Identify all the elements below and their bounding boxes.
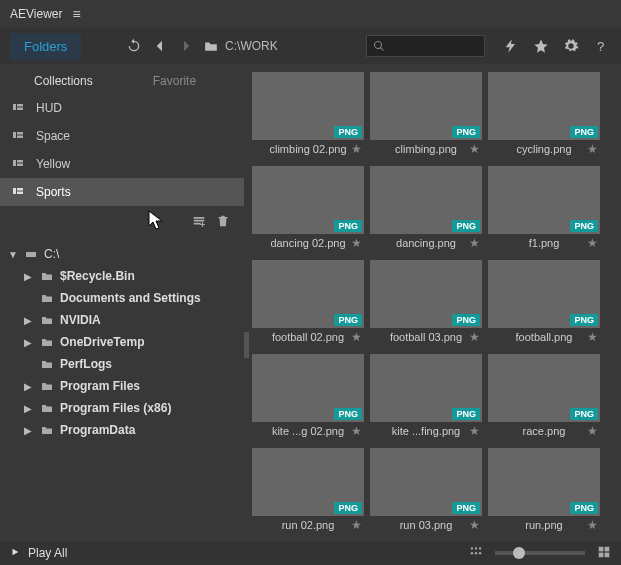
thumbnail-item[interactable]: PNGclimbing 02.png★ (252, 72, 364, 162)
back-icon[interactable] (151, 36, 169, 56)
thumbnail-item[interactable]: PNGkite ...fing.png★ (370, 354, 482, 444)
thumbnail-image: PNG (252, 260, 364, 328)
thumbnail-caption: football 02.png★ (252, 328, 364, 346)
star-icon[interactable] (531, 36, 551, 56)
folder-icon (203, 39, 219, 53)
favorite-star-icon[interactable]: ★ (469, 424, 480, 438)
favorite-star-icon[interactable]: ★ (351, 424, 362, 438)
thumbnail-caption: dancing.png★ (370, 234, 482, 252)
tree-item[interactable]: ▶OneDriveTemp (0, 331, 244, 353)
thumbnail-image: PNG (252, 354, 364, 422)
thumbnail-item[interactable]: PNGrun 03.png★ (370, 448, 482, 538)
thumbnail-item[interactable]: PNGcycling.png★ (488, 72, 600, 162)
folder-tree[interactable]: ▼ C:\ ▶$Recycle.BinDocuments and Setting… (0, 239, 244, 541)
favorite-star-icon[interactable]: ★ (469, 518, 480, 532)
tree-item[interactable]: ▶NVIDIA (0, 309, 244, 331)
help-icon[interactable]: ? (591, 36, 611, 56)
path-text: C:\WORK (225, 39, 278, 53)
folder-icon (40, 336, 54, 348)
tree-item-label: Program Files (x86) (60, 401, 171, 415)
svg-point-18 (479, 552, 481, 554)
search-input[interactable] (366, 35, 485, 57)
svg-point-15 (479, 547, 481, 549)
favorite-star-icon[interactable]: ★ (351, 330, 362, 344)
favorite-star-icon[interactable]: ★ (351, 518, 362, 532)
disclosure-down-icon[interactable]: ▼ (8, 249, 18, 260)
play-icon[interactable] (10, 546, 20, 560)
tree-root[interactable]: ▼ C:\ (0, 243, 244, 265)
svg-rect-6 (17, 135, 23, 138)
format-badge: PNG (452, 408, 480, 420)
reload-icon[interactable] (125, 36, 143, 56)
thumbnail-item[interactable]: PNGfootball 03.png★ (370, 260, 482, 350)
tree-item-label: PerfLogs (60, 357, 112, 371)
view-dots-icon[interactable] (469, 545, 483, 562)
disclosure-right-icon[interactable]: ▶ (24, 425, 34, 436)
disclosure-right-icon[interactable]: ▶ (24, 403, 34, 414)
thumbnail-item[interactable]: PNGfootball.png★ (488, 260, 600, 350)
path-display[interactable]: C:\WORK (203, 39, 278, 53)
favorite-star-icon[interactable]: ★ (469, 330, 480, 344)
favorite-star-icon[interactable]: ★ (587, 142, 598, 156)
svg-rect-22 (605, 552, 610, 557)
folder-icon (40, 292, 54, 304)
thunder-icon[interactable] (501, 36, 521, 56)
disclosure-right-icon[interactable]: ▶ (24, 381, 34, 392)
tree-item[interactable]: ▶Program Files (0, 375, 244, 397)
play-all-button[interactable]: Play All (28, 546, 67, 560)
collection-item[interactable]: HUD (0, 94, 244, 122)
thumbnail-caption: run 02.png★ (252, 516, 364, 534)
thumbnail-image: PNG (370, 354, 482, 422)
collection-icon (10, 101, 26, 116)
tree-item[interactable]: PerfLogs (0, 353, 244, 375)
zoom-slider-knob[interactable] (513, 547, 525, 559)
thumbnail-item[interactable]: PNGclimbing.png★ (370, 72, 482, 162)
favorite-tab[interactable]: Favorite (153, 74, 196, 88)
add-collection-icon[interactable] (192, 214, 206, 231)
collection-item[interactable]: Space (0, 122, 244, 150)
folders-button[interactable]: Folders (10, 33, 81, 60)
hamburger-icon[interactable]: ≡ (72, 6, 80, 22)
favorite-star-icon[interactable]: ★ (351, 236, 362, 250)
disclosure-right-icon[interactable]: ▶ (24, 337, 34, 348)
collection-item[interactable]: Sports (0, 178, 244, 206)
trash-icon[interactable] (216, 214, 230, 231)
disclosure-right-icon[interactable]: ▶ (24, 271, 34, 282)
format-badge: PNG (452, 126, 480, 138)
thumbnail-caption: climbing 02.png★ (252, 140, 364, 158)
thumbnail-item[interactable]: PNGkite ...g 02.png★ (252, 354, 364, 444)
tree-item[interactable]: Documents and Settings (0, 287, 244, 309)
thumbnail-item[interactable]: PNGdancing.png★ (370, 166, 482, 256)
bottom-bar: Play All (0, 541, 621, 565)
tree-root-label: C:\ (44, 247, 59, 261)
thumbnail-panel[interactable]: PNGclimbing 02.png★PNGclimbing.png★PNGcy… (244, 64, 621, 541)
forward-icon[interactable] (177, 36, 195, 56)
grid-view-icon[interactable] (597, 545, 611, 562)
favorite-star-icon[interactable]: ★ (587, 424, 598, 438)
thumbnail-image: PNG (488, 354, 600, 422)
favorite-star-icon[interactable]: ★ (587, 330, 598, 344)
favorite-star-icon[interactable]: ★ (469, 236, 480, 250)
thumbnail-filename: climbing 02.png (269, 143, 346, 155)
collection-item[interactable]: Yellow (0, 150, 244, 178)
favorite-star-icon[interactable]: ★ (587, 518, 598, 532)
collections-tab[interactable]: Collections (34, 74, 93, 88)
tree-item[interactable]: ▶ProgramData (0, 419, 244, 441)
thumbnail-item[interactable]: PNGfootball 02.png★ (252, 260, 364, 350)
thumbnail-item[interactable]: PNGrun 02.png★ (252, 448, 364, 538)
tree-item[interactable]: ▶$Recycle.Bin (0, 265, 244, 287)
panel-resize-handle[interactable] (244, 64, 250, 541)
gear-icon[interactable] (561, 36, 581, 56)
thumbnail-filename: dancing 02.png (270, 237, 345, 249)
favorite-star-icon[interactable]: ★ (351, 142, 362, 156)
favorite-star-icon[interactable]: ★ (587, 236, 598, 250)
thumbnail-item[interactable]: PNGrun.png★ (488, 448, 600, 538)
favorite-star-icon[interactable]: ★ (469, 142, 480, 156)
thumbnail-item[interactable]: PNGf1.png★ (488, 166, 600, 256)
thumbnail-item[interactable]: PNGrace.png★ (488, 354, 600, 444)
collection-icon (10, 157, 26, 172)
tree-item[interactable]: ▶Program Files (x86) (0, 397, 244, 419)
zoom-slider[interactable] (495, 551, 585, 555)
thumbnail-item[interactable]: PNGdancing 02.png★ (252, 166, 364, 256)
disclosure-right-icon[interactable]: ▶ (24, 315, 34, 326)
